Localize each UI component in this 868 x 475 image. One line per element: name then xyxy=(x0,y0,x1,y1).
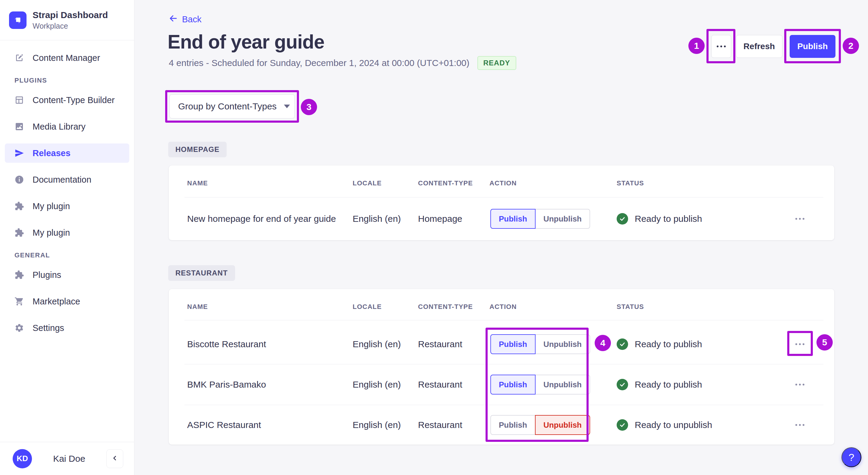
unpublish-toggle-button[interactable]: Unpublish xyxy=(535,334,590,354)
entry-content-type: Restaurant xyxy=(418,420,462,430)
sidebar-user-bar: KD Kai Doe xyxy=(0,442,134,475)
puzzle-icon xyxy=(14,201,25,212)
sidebar-item-label: Releases xyxy=(33,148,70,158)
more-dots-icon xyxy=(717,45,726,47)
back-link[interactable]: Back xyxy=(169,14,201,25)
entry-locale: English (en) xyxy=(352,339,401,349)
sidebar-item-media-library[interactable]: Media Library xyxy=(5,117,129,136)
pencil-square-icon xyxy=(14,53,25,63)
info-icon xyxy=(14,174,25,185)
gear-icon xyxy=(14,322,25,334)
column-header-action: ACTION xyxy=(490,179,517,187)
entry-status: Ready to unpublish xyxy=(617,419,712,431)
entry-status-label: Ready to publish xyxy=(635,339,702,349)
publish-toggle-button[interactable]: Publish xyxy=(490,415,535,435)
more-dots-icon xyxy=(795,343,804,345)
status-badge: READY xyxy=(477,56,516,70)
sidebar-item-content-type-builder[interactable]: Content-Type Builder xyxy=(5,90,129,110)
table-row: Biscotte Restaurant English (en) Restaur… xyxy=(169,323,834,366)
refresh-button[interactable]: Refresh xyxy=(736,35,782,58)
column-header-content-type: CONTENT-TYPE xyxy=(418,303,473,311)
column-header-locale: LOCALE xyxy=(352,303,381,311)
entry-status-label: Ready to publish xyxy=(635,214,702,224)
paper-plane-icon xyxy=(14,148,25,159)
check-circle-icon xyxy=(617,339,628,350)
action-toggle: Publish Unpublish xyxy=(490,415,590,435)
unpublish-toggle-button[interactable]: Unpublish xyxy=(535,209,590,229)
sidebar-item-marketplace[interactable]: Marketplace xyxy=(5,292,129,311)
annotation-step-3: 3 xyxy=(301,99,317,115)
workspace-name: Workplace xyxy=(33,22,108,30)
publish-toggle-button[interactable]: Publish xyxy=(490,375,535,394)
sidebar-item-label: Settings xyxy=(33,323,64,333)
table-row: New homepage for end of year guide Engli… xyxy=(169,197,834,240)
publish-toggle-button[interactable]: Publish xyxy=(490,209,535,229)
entry-name: ASPIC Restaurant xyxy=(187,420,261,430)
strapi-logo-icon xyxy=(9,11,27,29)
sidebar-collapse-button[interactable] xyxy=(106,449,123,468)
sidebar-item-label: My plugin xyxy=(33,228,70,238)
entry-locale: English (en) xyxy=(352,214,401,224)
unpublish-toggle-button[interactable]: Unpublish xyxy=(535,375,590,394)
puzzle-icon xyxy=(14,227,25,238)
column-header-action: ACTION xyxy=(490,303,517,311)
column-header-name: NAME xyxy=(187,303,208,311)
sidebar-item-label: Media Library xyxy=(33,122,86,132)
sidebar-item-my-plugin-1[interactable]: My plugin xyxy=(5,196,129,216)
sidebar: Strapi Dashboard Workplace Content Manag… xyxy=(0,0,134,475)
help-button[interactable]: ? xyxy=(841,447,861,467)
workspace-titles: Strapi Dashboard Workplace xyxy=(33,10,108,30)
group-by-select[interactable]: Group by Content-Types xyxy=(169,94,295,119)
sidebar-item-label: Content Manager xyxy=(33,53,100,63)
entry-status-label: Ready to unpublish xyxy=(635,420,712,430)
annotation-step-1: 1 xyxy=(688,38,705,54)
publish-toggle-button[interactable]: Publish xyxy=(490,334,535,354)
sidebar-item-plugins[interactable]: Plugins xyxy=(5,265,129,285)
row-more-button[interactable] xyxy=(790,212,809,225)
unpublish-toggle-button[interactable]: Unpublish xyxy=(535,415,590,435)
sidebar-item-my-plugin-2[interactable]: My plugin xyxy=(5,223,129,242)
puzzle-icon xyxy=(14,270,25,280)
annotation-step-2: 2 xyxy=(843,38,859,54)
sidebar-item-documentation[interactable]: Documentation xyxy=(5,170,129,189)
restaurant-table: NAME LOCALE CONTENT-TYPE ACTION STATUS B… xyxy=(169,289,834,445)
check-circle-icon xyxy=(617,419,628,431)
chevron-left-icon xyxy=(111,454,119,463)
row-more-button[interactable] xyxy=(790,378,809,391)
sidebar-section-plugins: PLUGINS xyxy=(5,76,129,85)
table-row: ASPIC Restaurant English (en) Restaurant… xyxy=(169,404,834,446)
group-badge-restaurant: RESTAURANT xyxy=(168,265,235,281)
entry-locale: English (en) xyxy=(352,420,401,430)
publish-button[interactable]: Publish xyxy=(789,35,835,58)
action-toggle: Publish Unpublish xyxy=(490,209,590,229)
column-header-name: NAME xyxy=(187,179,208,187)
row-more-button[interactable] xyxy=(790,418,809,432)
homepage-table: NAME LOCALE CONTENT-TYPE ACTION STATUS N… xyxy=(169,165,834,240)
sidebar-item-label: Marketplace xyxy=(33,296,80,307)
table-row: BMK Paris-Bamako English (en) Restaurant… xyxy=(169,363,834,406)
page-title: End of year guide xyxy=(167,31,324,53)
entry-status: Ready to publish xyxy=(617,339,702,350)
sidebar-item-content-manager[interactable]: Content Manager xyxy=(5,48,129,67)
sidebar-item-label: Plugins xyxy=(33,270,61,280)
entry-locale: English (en) xyxy=(352,379,401,390)
column-header-status: STATUS xyxy=(617,179,644,187)
entry-name: New homepage for end of year guide xyxy=(187,214,336,224)
sidebar-item-settings[interactable]: Settings xyxy=(5,318,129,338)
back-label: Back xyxy=(182,14,201,24)
group-by-value: Group by Content-Types xyxy=(178,101,277,112)
arrow-left-icon xyxy=(169,14,178,25)
chevron-down-icon xyxy=(284,104,290,108)
action-toggle: Publish Unpublish xyxy=(490,375,590,394)
workspace-header[interactable]: Strapi Dashboard Workplace xyxy=(0,0,134,40)
sidebar-item-label: My plugin xyxy=(33,201,70,211)
entry-name: Biscotte Restaurant xyxy=(187,339,266,349)
entry-status: Ready to publish xyxy=(617,213,702,225)
layout-icon xyxy=(14,95,25,105)
sidebar-item-releases[interactable]: Releases xyxy=(5,144,129,163)
avatar[interactable]: KD xyxy=(13,449,32,468)
row-more-button[interactable] xyxy=(790,338,809,351)
release-more-button[interactable] xyxy=(711,35,731,58)
app-title: Strapi Dashboard xyxy=(33,10,108,21)
sidebar-item-label: Documentation xyxy=(33,175,91,185)
